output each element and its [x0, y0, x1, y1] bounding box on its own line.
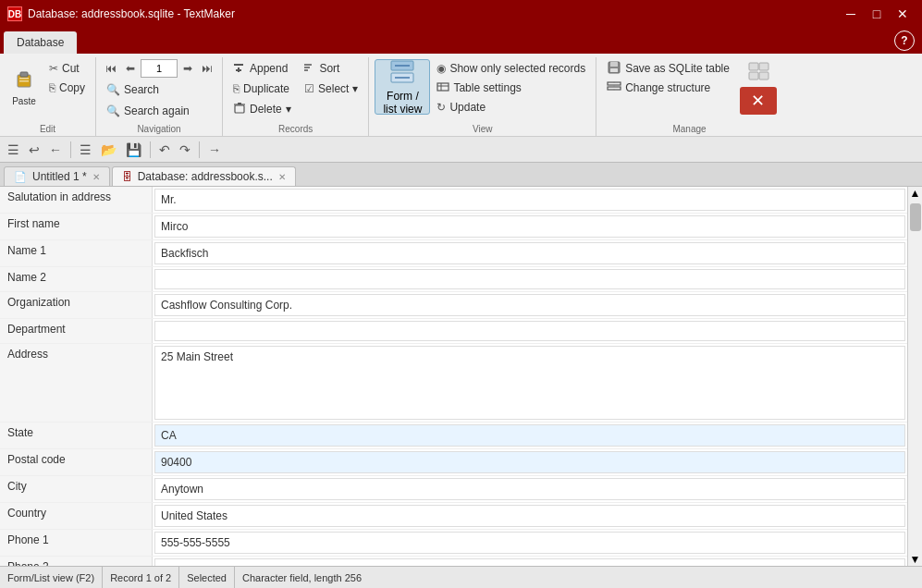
close-db-button[interactable]: ✕ — [740, 87, 777, 115]
scroll-up-button[interactable]: ▲ — [909, 187, 922, 200]
window-manage-button[interactable] — [744, 59, 773, 83]
cut-button[interactable]: ✂ Cut — [44, 59, 90, 78]
form-value-phone-2[interactable] — [154, 558, 905, 566]
scroll-thumb-area — [910, 200, 921, 553]
form-label-country: Country — [0, 503, 153, 529]
form-value-phone-1[interactable]: 555-555-5555 — [154, 532, 905, 554]
status-selected: Selected — [179, 567, 235, 588]
toolbar: ☰ ↩ ← ☰ 📂 💾 ↶ ↷ → — [0, 137, 922, 163]
duplicate-label: Duplicate — [243, 82, 289, 95]
form-label-phone-1: Phone 1 — [0, 530, 153, 556]
form-value-name-1[interactable]: Backfisch — [154, 242, 905, 264]
cut-label: Cut — [62, 62, 80, 75]
nav-prev-button[interactable]: ⬅ — [122, 60, 139, 77]
form-value-country[interactable]: United States — [154, 505, 905, 527]
ribbon-group-view: Form /list view ◉ Show only selected rec… — [369, 57, 596, 136]
table-settings-label: Table settings — [453, 81, 521, 94]
title-bar-left: DB Database: addressbook.sqlite - TextMa… — [7, 6, 235, 21]
form-value-state[interactable]: CA — [154, 424, 905, 447]
copy-button[interactable]: ⎘ Copy — [44, 79, 90, 97]
toolbar-folder-button[interactable]: 📂 — [97, 141, 120, 159]
paste-button[interactable]: Paste — [6, 59, 43, 115]
form-value-first-name[interactable]: Mirco — [154, 215, 905, 238]
duplicate-button[interactable]: ⎘ Duplicate — [228, 80, 294, 98]
search-button[interactable]: 🔍 Search — [102, 80, 164, 99]
svg-rect-29 — [759, 72, 768, 80]
status-view: Form/List view (F2) — [7, 567, 103, 588]
minimize-button[interactable]: ─ — [839, 5, 863, 23]
delete-button[interactable]: Delete ▾ — [228, 100, 296, 118]
doc-tab-database-icon: 🗄 — [122, 171, 132, 182]
show-selected-label: Show only selected records — [449, 62, 585, 75]
scrollbar-track[interactable]: ▲ ▼ — [907, 187, 922, 566]
tab-database[interactable]: Database — [4, 31, 77, 54]
toolbar-menu-button[interactable]: ☰ — [4, 141, 23, 159]
form-label-address: Address — [0, 344, 153, 422]
nav-next-button[interactable]: ➡ — [179, 60, 196, 77]
change-structure-button[interactable]: Change structure — [602, 79, 734, 97]
doc-tab-database[interactable]: 🗄 Database: addressbook.s... ✕ — [112, 166, 296, 186]
form-value-postal-code[interactable]: 90400 — [154, 451, 905, 473]
search-again-icon: 🔍 — [106, 104, 120, 117]
nav-group-content: ⏮ ⬅ ➡ ⏭ 🔍 Search 🔍 Search again — [102, 59, 216, 122]
nav-record-input[interactable] — [141, 59, 178, 78]
delete-icon — [233, 102, 246, 117]
close-db-icon: ✕ — [751, 91, 765, 111]
form-value-salutation-in-address[interactable]: Mr. — [154, 189, 905, 211]
update-button[interactable]: ↻ Update — [432, 98, 590, 116]
svg-rect-1 — [20, 72, 28, 77]
table-settings-button[interactable]: Table settings — [432, 79, 590, 97]
doc-tab-database-label: Database: addressbook.s... — [138, 170, 273, 183]
toolbar-sep2 — [150, 141, 151, 158]
sort-label: Sort — [319, 62, 339, 75]
help-button[interactable]: ? — [894, 31, 915, 51]
select-button[interactable]: ☑ Select ▾ — [300, 80, 363, 98]
save-sqlite-button[interactable]: Save as SQLite table — [602, 59, 734, 78]
ribbon-group-manage: Save as SQLite table Change structure — [596, 57, 782, 136]
change-structure-icon — [607, 80, 621, 96]
form-list-view-icon — [389, 59, 415, 88]
svg-rect-6 — [236, 69, 241, 71]
form-value-department[interactable] — [154, 321, 905, 341]
form-value-address[interactable]: 25 Main Street — [154, 346, 905, 420]
form-area: Salutation in addressMr.First nameMircoN… — [0, 187, 907, 566]
form-value-city[interactable]: Anytown — [154, 478, 905, 500]
form-label-postal-code: Postal code — [0, 449, 153, 475]
nav-last-button[interactable]: ⏭ — [198, 60, 216, 77]
form-row: StateCA — [0, 423, 907, 449]
nav-first-button[interactable]: ⏮ — [102, 60, 120, 77]
toolbar-forward-button[interactable]: → — [204, 141, 225, 159]
sort-button[interactable]: Sort — [298, 59, 344, 78]
delete-label: Delete — [250, 103, 282, 116]
paste-label: Paste — [12, 96, 36, 106]
scroll-thumb[interactable] — [910, 203, 921, 231]
save-sqlite-icon — [607, 60, 621, 78]
doc-tab-database-close[interactable]: ✕ — [278, 172, 286, 182]
toolbar-list-button[interactable]: ☰ — [76, 141, 95, 159]
form-row: Salutation in addressMr. — [0, 187, 907, 214]
svg-rect-2 — [19, 78, 29, 80]
form-label-name-1: Name 1 — [0, 240, 153, 266]
toolbar-save-button[interactable]: 💾 — [122, 141, 145, 159]
show-selected-icon: ◉ — [436, 62, 446, 75]
svg-rect-26 — [749, 63, 758, 70]
append-button[interactable]: Append — [228, 59, 292, 78]
toolbar-undo-button[interactable]: ↩ — [25, 141, 43, 159]
form-label-department: Department — [0, 319, 153, 343]
form-value-organization[interactable]: Cashflow Consulting Corp. — [154, 294, 905, 316]
doc-tab-untitled-close[interactable]: ✕ — [92, 172, 100, 182]
scroll-down-button[interactable]: ▼ — [909, 553, 922, 566]
form-list-view-button[interactable]: Form /list view — [375, 59, 430, 115]
search-again-button[interactable]: 🔍 Search again — [102, 102, 194, 120]
show-selected-button[interactable]: ◉ Show only selected records — [432, 59, 590, 78]
doc-tab-untitled[interactable]: 📄 Untitled 1 * ✕ — [4, 166, 110, 186]
toolbar-undo2-button[interactable]: ↶ — [155, 141, 174, 159]
navigation-group-label: Navigation — [102, 122, 216, 134]
toolbar-back-button[interactable]: ← — [45, 141, 66, 159]
form-value-name-2[interactable] — [154, 269, 905, 289]
maximize-button[interactable]: □ — [865, 5, 889, 23]
status-record: Record 1 of 2 — [103, 567, 179, 588]
toolbar-redo-button[interactable]: ↷ — [176, 141, 194, 159]
close-button[interactable]: ✕ — [891, 5, 915, 23]
form-row: Name 1Backfisch — [0, 240, 907, 267]
